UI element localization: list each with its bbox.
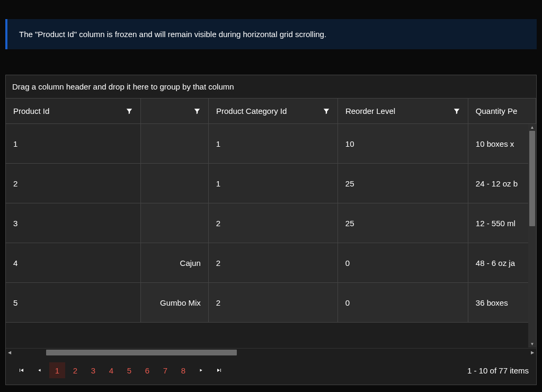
cell-category: 2 xyxy=(209,283,338,323)
filter-icon[interactable] xyxy=(126,108,133,115)
page-button-2[interactable]: 2 xyxy=(67,362,83,378)
table-row[interactable]: 1 25 24 - 12 oz b xyxy=(141,164,536,203)
first-page-button[interactable] xyxy=(13,362,29,378)
pager-info: 1 - 10 of 77 items xyxy=(467,366,529,375)
header-row: Product Category Id Reorder Level Quanti… xyxy=(141,99,536,124)
cell-blank: Cajun xyxy=(141,243,209,283)
cell-reorder: 0 xyxy=(338,283,468,323)
data-grid: Drag a column header and drop it here to… xyxy=(5,75,537,385)
filter-icon[interactable] xyxy=(323,108,330,115)
cell-product-id: 2 xyxy=(6,164,141,203)
cell-product-id: 1 xyxy=(6,124,141,164)
col-label: Product Category Id xyxy=(216,106,287,115)
cell-product-id: 5 xyxy=(6,283,141,323)
cell-category: 2 xyxy=(209,203,338,243)
prev-page-button[interactable] xyxy=(31,362,47,378)
cell-category: 1 xyxy=(209,124,338,164)
pager: 1 2 3 4 5 6 7 8 1 - 10 of 77 items xyxy=(6,356,536,385)
table-row[interactable]: Cajun 2 0 48 - 6 oz ja xyxy=(141,243,536,283)
cell-qty: 48 - 6 oz ja xyxy=(468,243,536,283)
cell-reorder: 0 xyxy=(338,243,468,283)
scroll-right-icon[interactable]: ▶ xyxy=(531,350,534,355)
vertical-scrollbar[interactable]: ▲ ▼ xyxy=(528,124,536,348)
col-header-reorder[interactable]: Reorder Level xyxy=(338,99,468,124)
page-button-4[interactable]: 4 xyxy=(103,362,119,378)
cell-blank xyxy=(141,164,209,203)
cell-reorder: 25 xyxy=(338,203,468,243)
cell-category: 2 xyxy=(209,243,338,283)
scroll-pane: Product Category Id Reorder Level Quanti… xyxy=(141,99,536,348)
group-panel[interactable]: Drag a column header and drop it here to… xyxy=(6,75,536,99)
last-page-button[interactable] xyxy=(211,362,227,378)
filter-icon[interactable] xyxy=(453,108,460,115)
page-button-8[interactable]: 8 xyxy=(175,362,191,378)
cell-blank xyxy=(141,124,209,164)
cell-qty: 24 - 12 oz b xyxy=(468,164,536,203)
scroll-viewport: 1 10 10 boxes x 1 25 24 - 12 oz b 2 25 xyxy=(141,124,536,348)
next-page-button[interactable] xyxy=(193,362,209,378)
table-row[interactable]: 1 10 10 boxes x xyxy=(141,124,536,164)
scroll-up-icon[interactable]: ▲ xyxy=(530,125,535,130)
cell-product-id: 3 xyxy=(6,203,141,243)
cell-qty: 10 boxes x xyxy=(468,124,536,164)
filter-icon[interactable] xyxy=(193,108,201,115)
page-button-1[interactable]: 1 xyxy=(49,362,65,378)
page-button-3[interactable]: 3 xyxy=(85,362,101,378)
page-button-5[interactable]: 5 xyxy=(121,362,137,378)
cell-blank xyxy=(141,203,209,243)
col-header-product-id[interactable]: Product Id xyxy=(6,99,141,124)
scroll-left-icon[interactable]: ◀ xyxy=(8,350,11,355)
col-header-blank[interactable] xyxy=(141,99,209,124)
horizontal-scrollbar[interactable]: ◀ ▶ xyxy=(6,348,536,356)
cell-qty: 36 boxes xyxy=(468,283,536,323)
cell-blank: Gumbo Mix xyxy=(141,283,209,323)
header-row: Product Id xyxy=(6,99,141,124)
col-label: Reorder Level xyxy=(345,106,395,115)
scrollbar-thumb[interactable] xyxy=(529,131,535,226)
cell-reorder: 10 xyxy=(338,124,468,164)
cell-reorder: 25 xyxy=(338,164,468,203)
cell-qty: 12 - 550 ml xyxy=(468,203,536,243)
page-button-6[interactable]: 6 xyxy=(139,362,155,378)
page-button-7[interactable]: 7 xyxy=(157,362,173,378)
scroll-down-icon[interactable]: ▼ xyxy=(530,342,535,346)
frozen-pane: Product Id 1 2 3 4 5 xyxy=(6,99,141,348)
cell-product-id: 4 xyxy=(6,243,141,283)
frozen-viewport: 1 2 3 4 5 xyxy=(6,124,141,348)
info-text: The "Product Id" column is frozen and wi… xyxy=(19,30,326,39)
group-panel-text: Drag a column header and drop it here to… xyxy=(12,82,234,91)
cell-category: 1 xyxy=(209,164,338,203)
table-row[interactable]: Gumbo Mix 2 0 36 boxes xyxy=(141,283,536,323)
col-header-category[interactable]: Product Category Id xyxy=(209,99,338,124)
grid-body: Product Id 1 2 3 4 5 xyxy=(6,99,536,348)
col-header-quantity[interactable]: Quantity Pe xyxy=(468,99,536,124)
col-label: Quantity Pe xyxy=(476,106,517,115)
table-row[interactable]: 2 25 12 - 550 ml xyxy=(141,203,536,243)
pager-controls: 1 2 3 4 5 6 7 8 xyxy=(13,362,227,378)
col-label: Product Id xyxy=(13,106,49,115)
scrollbar-thumb[interactable] xyxy=(46,350,237,355)
info-banner: The "Product Id" column is frozen and wi… xyxy=(5,19,537,49)
